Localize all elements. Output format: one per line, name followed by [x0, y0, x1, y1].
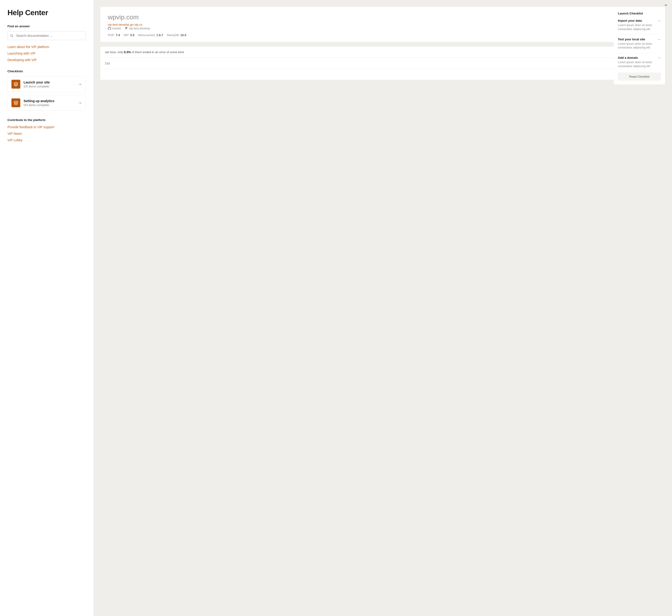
checklist-item-count-2: 0/3 items complete. [24, 103, 78, 107]
list-item: Provide feedback to VIP support [7, 125, 86, 129]
list-item: VIP News [7, 132, 86, 136]
contribute-label: Contribute to the platform [7, 118, 86, 122]
step-3-desc: Lorem ipsum dolor sit amet, consectetur … [618, 60, 661, 68]
site-meta-row: master · vip-test.develop [108, 27, 658, 30]
branch-info: master [108, 27, 121, 30]
env-info: vip-test.develop [125, 27, 150, 30]
site-card: wpvip.com vip-test-develop.go-vip.co mas… [100, 7, 665, 42]
list-item: VIP Lobby [7, 138, 86, 142]
activity-section: ast hour, only 0.3% of them ended in an … [100, 47, 665, 80]
contribute-links-list: Provide feedback to VIP support VIP News… [7, 125, 86, 142]
contribute-section: Contribute to the platform Provide feedb… [7, 118, 86, 142]
search-input[interactable] [7, 31, 86, 40]
checklist-step-1: Import your data → Lorem ipsum dolor sit… [618, 19, 661, 31]
step-2-desc: Lorem ipsum dolor sit amet, consectetur … [618, 42, 661, 50]
meta-separator: · [123, 27, 124, 30]
svg-marker-2 [14, 82, 18, 84]
checklist-icon-box [11, 80, 20, 89]
activity-row-1: ast hour, only 0.3% of them ended in an … [100, 47, 665, 58]
checklist-item-name: Launch your site [24, 80, 78, 84]
learn-vip-link[interactable]: Learn about the VIP platform [7, 45, 49, 49]
svg-line-1 [12, 36, 13, 37]
checklist-icon-box-2 [11, 98, 20, 107]
vip-news-link[interactable]: VIP News [7, 132, 22, 135]
help-center-title: Help Center [7, 8, 86, 17]
github-icon [108, 27, 111, 30]
memcached-spec: Memcached: 1.6.7 [138, 33, 163, 37]
launch-site-checklist[interactable]: Launch your site 2/5 items complete. → [7, 76, 86, 92]
step-2-name: Test your local site [618, 38, 645, 41]
find-answer-label: Find an answer [7, 24, 86, 28]
feedback-link[interactable]: Provide feedback to VIP support [7, 125, 54, 129]
launching-vip-link[interactable]: Launching with VIP [7, 52, 35, 55]
launch-checklist-title: Launch Checklist [618, 12, 661, 15]
vip-lobby-link[interactable]: VIP Lobby [7, 138, 22, 142]
layers-icon-2 [14, 100, 18, 105]
checklist-arrow-icon: → [78, 82, 82, 87]
php-spec: PHP: 7.4 [108, 33, 120, 37]
env-name: vip-test.develop [129, 27, 150, 30]
step-1-name: Import your data [618, 19, 642, 22]
activity-row-3: 2 hours ago [100, 69, 665, 80]
site-specs: PHP: 7.4 WP: 5.5 Memcached: 1.6.7 MariaD… [108, 33, 658, 37]
search-icon [10, 34, 14, 37]
read-checklist-button[interactable]: Read Checklist [618, 73, 661, 81]
step-3-name: Add a domain [618, 56, 638, 59]
activity-text-2: 11s [105, 62, 110, 65]
developing-vip-link[interactable]: Developing with VIP [7, 58, 37, 62]
step-1-arrow[interactable]: → [658, 19, 661, 23]
activity-row-2: 11s 2 hours ago [100, 58, 665, 69]
site-url-link[interactable]: vip-test-develop.go-vip.co [108, 23, 142, 26]
checklist-item-name-2: Setting up analytics [24, 99, 78, 103]
launch-checklist-panel: Launch Checklist Import your data → Lore… [614, 7, 665, 84]
branch-name: master [112, 27, 121, 30]
help-links-list: Learn about the VIP platform Launching w… [7, 45, 86, 62]
search-wrapper [7, 31, 86, 40]
layers-icon [14, 82, 18, 87]
step-2-arrow[interactable]: → [658, 38, 661, 41]
checklist-arrow-icon-2: → [78, 100, 82, 105]
list-item: Learn about the VIP platform [7, 45, 86, 49]
checklists-section: Checklists Launch your site 2/5 items co… [7, 69, 86, 111]
list-item: Developing with VIP [7, 58, 86, 62]
chevron-down-button[interactable] [664, 3, 668, 8]
checklist-step-2: Test your local site → Lorem ipsum dolor… [618, 38, 661, 50]
svg-point-0 [10, 34, 13, 36]
main-panel: wpvip.com vip-test-develop.go-vip.co mas… [93, 0, 672, 616]
checklist-step-3: Add a domain → Lorem ipsum dolor sit ame… [618, 56, 661, 68]
step-3-arrow[interactable]: → [658, 56, 661, 60]
activity-text-1: ast hour, only 0.3% of them ended in an … [105, 50, 184, 54]
checklist-item-count: 2/5 items complete. [24, 85, 78, 88]
list-item: Launching with VIP [7, 51, 86, 55]
wp-spec: WP: 5.5 [124, 33, 134, 37]
svg-marker-3 [14, 101, 18, 103]
checklists-label: Checklists [7, 69, 86, 73]
key-icon [125, 27, 128, 30]
chevron-down-icon [664, 3, 668, 7]
analytics-checklist[interactable]: Setting up analytics 0/3 items complete.… [7, 95, 86, 111]
error-rate: 0.3% [124, 50, 131, 54]
help-center-panel: Help Center Find an answer Learn about t… [0, 0, 93, 616]
fade-overlay [93, 546, 672, 616]
step-1-desc: Lorem ipsum dolor sit amet, consectetur … [618, 23, 661, 31]
site-domain: wpvip.com [108, 14, 658, 21]
mariadb-spec: MariaDB: 10.5 [167, 33, 186, 37]
